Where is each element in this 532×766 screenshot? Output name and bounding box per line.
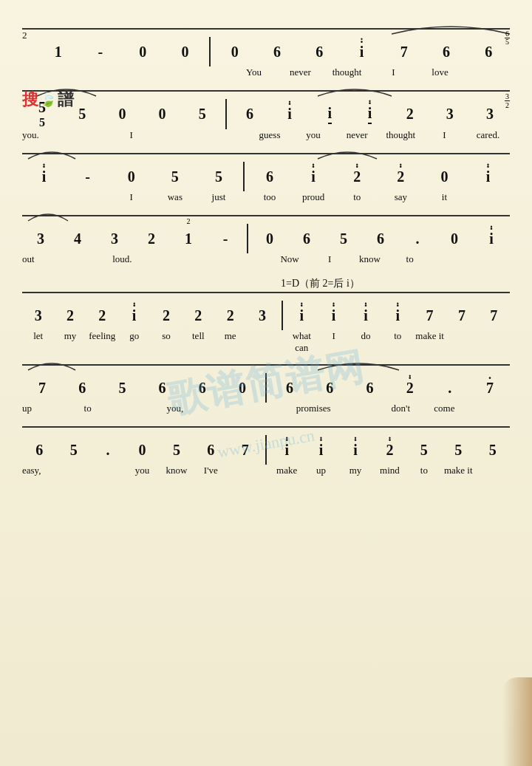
note-num: 3 — [259, 307, 266, 324]
bar-line — [282, 301, 283, 330]
note-cell: 3 2 3 — [470, 106, 510, 123]
note-cell: 2· — [372, 442, 406, 459]
note-cell: 2 — [390, 106, 430, 123]
note-num: 2· — [386, 442, 393, 459]
lyric-cell: never — [335, 129, 379, 141]
lyric-cell: you. — [22, 129, 66, 141]
note-num: 5 — [70, 442, 78, 459]
key-change-label: 1=D（前 2=后 i） — [281, 277, 510, 290]
note-cell: 2· — [390, 380, 430, 397]
note-cell: 6 — [183, 380, 222, 397]
note-num: 3 — [446, 106, 454, 123]
note-num: 0 — [266, 230, 273, 247]
time-sig: 2 — [187, 217, 191, 225]
note-num: 6 — [246, 106, 253, 123]
note-num: 0 — [159, 106, 166, 123]
bar-line — [265, 435, 267, 465]
note-cell: - — [207, 230, 244, 247]
note-num: 6 — [443, 44, 450, 61]
logo-leaf-icon: 🍃 — [40, 92, 56, 108]
note-num: 6 — [159, 380, 166, 397]
note-cell: 5 — [441, 442, 475, 459]
note-cell: 5 — [407, 442, 441, 459]
note-num: 2· — [406, 380, 414, 397]
score-row-3: i· - 0 5 5 6 i· 2· — [22, 153, 510, 209]
note-cell: 7 — [478, 307, 510, 324]
lyric-cell: loud. — [102, 253, 142, 265]
note-cell: 3 — [22, 230, 59, 247]
note-row-7: 6 5 . 0 5 6 7 i· — [22, 432, 510, 465]
note-num: 0 — [451, 230, 458, 247]
note-num: . — [448, 380, 451, 397]
note-num: 6 — [273, 44, 281, 61]
lyric-cell: mind — [372, 465, 406, 476]
note-num: 5 — [454, 442, 462, 459]
note-num: 3 — [35, 307, 42, 324]
lyric-cell: thought — [379, 129, 423, 141]
note-cell: 0 — [102, 106, 142, 123]
note-num: - — [85, 168, 90, 185]
logo-text2: 譜 — [58, 89, 74, 111]
note-num: 6 — [286, 380, 293, 397]
note-num: 0 — [139, 44, 146, 61]
note-num: 7 — [242, 442, 249, 459]
bar-line — [225, 99, 227, 129]
lyric-cell: make it — [441, 465, 475, 476]
lyric-cell: make it — [414, 330, 446, 342]
note-cell: 6 — [62, 380, 102, 397]
note-cell: 5 — [153, 168, 197, 185]
frac-bot: 5 — [505, 38, 509, 46]
note-cell: 0 — [436, 230, 473, 247]
note-num: i· — [395, 307, 400, 324]
note-cell: i· — [341, 44, 383, 61]
note-num: 1 — [55, 44, 62, 61]
note-num: . — [416, 230, 420, 247]
note-num: 6 — [207, 442, 214, 459]
note-cell: 5 — [160, 442, 194, 459]
note-cell: 7 — [470, 380, 510, 397]
note-cell: 5 — [197, 168, 240, 185]
note-cell: 2 — [183, 307, 214, 324]
note-num: i — [328, 105, 332, 124]
note-cell: 5 — [475, 442, 509, 459]
note-cell: 6 — [349, 380, 389, 397]
key-change-text: 1=D（前 2=后 i） — [281, 278, 360, 289]
note-num: - — [98, 44, 103, 61]
note-cell: 3 — [246, 307, 278, 324]
note-num: 0 — [239, 380, 246, 397]
score-row-2: 5 5 5 0 0 5 6 i· i — [22, 90, 510, 147]
lyric-cell: me — [214, 330, 246, 342]
note-num: 0 — [138, 442, 146, 459]
note-num: 3 — [486, 106, 494, 123]
note-num: 2 — [163, 307, 170, 324]
lyric-cell: love — [417, 66, 463, 78]
note-cell: i· — [118, 307, 150, 324]
note-cell: . — [91, 442, 125, 459]
lyric-cell: go — [118, 330, 150, 342]
note-cell: i· — [270, 106, 310, 123]
note-cell: 0 — [143, 106, 183, 123]
lyric-cell: to — [335, 191, 379, 203]
note-cell: 0 — [222, 380, 262, 397]
lyric-cell: you — [125, 465, 159, 476]
lyric-cell: easy, — [22, 465, 56, 476]
note-num: 6 — [35, 442, 43, 459]
score-row-1: 2 1 - 0 0 0 6 6 — [22, 28, 510, 84]
score-row-5: 3 2 2 i· 2 2 2 3 — [22, 292, 510, 358]
note-cell: 3 — [430, 106, 470, 123]
note-num: 5 — [171, 168, 179, 185]
note-cell: 6 — [143, 380, 183, 397]
note-num: 6 — [377, 230, 384, 247]
lyric-cell: was — [153, 191, 197, 203]
lyric-cell: you, — [153, 403, 197, 414]
lyric-cell: I — [310, 253, 349, 265]
note-cell: 4 — [59, 230, 96, 247]
note-cell: 6 — [230, 106, 270, 123]
note-cell: 0 — [122, 44, 164, 61]
lyric-cell: you — [292, 129, 335, 141]
note-cell: i· — [338, 442, 372, 459]
note-cell: 3 — [96, 230, 133, 247]
lyric-row-2: you. I guess you never thought I cared. — [22, 129, 510, 147]
note-cell: 6 — [22, 442, 56, 459]
note-num: 5 — [489, 442, 497, 459]
